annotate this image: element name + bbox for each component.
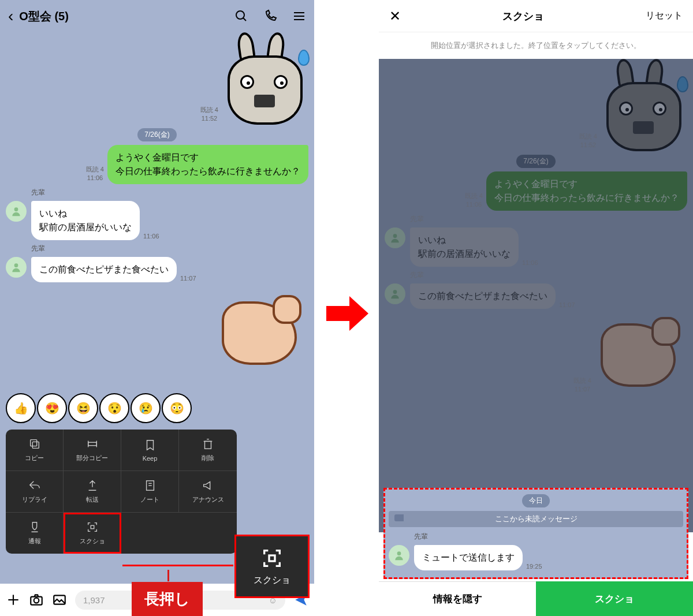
msg-bubble: ようやく金曜日です 今日の仕事終わったら飲みに行きませんか？: [107, 145, 308, 184]
msg-meta: 既読 4 11:06: [86, 165, 104, 182]
arm-sticker-icon: [216, 293, 308, 374]
ctx-announce[interactable]: アナウンス: [179, 471, 237, 513]
ctx-partial-copy[interactable]: 部分コピー: [64, 430, 121, 471]
ctx-screenshot[interactable]: スクショ: [64, 513, 121, 554]
svg-point-27: [397, 551, 401, 555]
svg-point-5: [14, 207, 18, 211]
msg-sticker-out[interactable]: 既読 4 11:52: [6, 38, 308, 125]
date-divider: 7/26(金): [385, 155, 687, 168]
call-icon[interactable]: [263, 9, 277, 23]
sender-name: 先輩: [31, 244, 308, 253]
svg-rect-8: [30, 440, 36, 446]
ctx-report[interactable]: 通報: [6, 513, 64, 554]
reaction-shock-icon[interactable]: 😳: [162, 393, 192, 423]
reaction-wow-icon[interactable]: 😯: [99, 393, 129, 423]
svg-rect-18: [91, 525, 94, 529]
msg-meta: 既読 4 11:07: [573, 376, 591, 393]
msg-meta: 既読 4 11:06: [465, 192, 483, 208]
plus-icon[interactable]: [6, 592, 21, 607]
sender-name: 先輩: [410, 214, 687, 224]
chat-area[interactable]: 既読 4 11:52 7/26(金) 既読 4 11:06 ようやく金曜日です …: [0, 32, 314, 581]
msg-meta: 既読 4 11:52: [579, 132, 597, 149]
avatar-icon[interactable]: [385, 283, 405, 304]
ctx-delete[interactable]: 削除: [179, 430, 237, 471]
svg-rect-9: [88, 442, 96, 446]
msg-sticker-out[interactable]: 既読 4 11:52: [385, 65, 687, 151]
svg-rect-19: [269, 555, 275, 561]
bunny-sticker-icon: [222, 38, 308, 125]
msg-time: 19:25: [526, 562, 542, 570]
svg-point-0: [236, 11, 244, 19]
msg-bubble: いいね 駅前の居酒屋がいいな: [31, 201, 140, 240]
unread-divider: ここから未読メッセージ: [389, 511, 683, 527]
msg-in[interactable]: この前食べたピザまた食べたい 11:07: [6, 257, 308, 282]
msg-in[interactable]: ミュートで送信します 19:25: [389, 545, 683, 570]
today-pill: 今日: [522, 494, 550, 507]
bottom-buttons: 情報を隠す スクショ: [379, 581, 693, 616]
msg-bubble: いいね 駅前の居酒屋がいいな: [410, 227, 519, 267]
svg-rect-7: [32, 442, 39, 448]
avatar-icon[interactable]: [6, 201, 27, 222]
ctx-copy[interactable]: コピー: [6, 430, 64, 471]
screenshot-icon: [260, 547, 284, 570]
longpress-label: 長押し: [132, 582, 203, 616]
msg-in[interactable]: いいね 駅前の居酒屋がいいな 11:06: [385, 227, 687, 267]
date-divider: 7/26(金): [6, 128, 308, 141]
screenshot-header: ✕ スクショ リセット: [379, 0, 693, 32]
avatar-icon[interactable]: [6, 257, 27, 278]
callout-connector: [122, 565, 233, 566]
screenshot-screen-right: ✕ スクショ リセット 開始位置が選択されました。終了位置をタップしてください。…: [379, 0, 693, 616]
screenshot-button[interactable]: スクショ: [536, 581, 693, 616]
msg-meta: 既読 4 11:52: [200, 106, 218, 122]
avatar-icon[interactable]: [385, 227, 405, 248]
msg-in[interactable]: この前食べたピザまた食べたい 11:07: [385, 283, 687, 309]
selection-area[interactable]: 今日 ここから未読メッセージ 先輩 ミュートで送信します 19:25: [383, 488, 688, 579]
chat-header: ‹ O型会 (5): [0, 0, 314, 32]
chat-screen-left: ‹ O型会 (5) 既読 4 11:52 7/26(金): [0, 0, 314, 616]
svg-point-26: [393, 290, 397, 294]
sender-name: 先輩: [410, 270, 687, 280]
msg-bubble: ようやく金曜日です 今日の仕事終わったら飲みに行きませんか？: [486, 171, 687, 211]
msg-time: 11:07: [180, 274, 196, 282]
ctx-forward[interactable]: 転送: [64, 471, 121, 513]
close-icon[interactable]: ✕: [389, 8, 401, 24]
ctx-keep[interactable]: Keep: [121, 430, 179, 471]
msg-out[interactable]: 既読 4 11:06 ようやく金曜日です 今日の仕事終わったら飲みに行きませんか…: [6, 145, 308, 184]
msg-sticker-out[interactable]: [6, 293, 308, 374]
avatar-icon[interactable]: [389, 545, 409, 566]
reaction-laugh-icon[interactable]: 😆: [68, 393, 98, 423]
reaction-picker[interactable]: 👍 😍 😆 😯 😢 😳: [6, 393, 192, 423]
bunny-sticker-icon: [601, 65, 687, 151]
back-icon[interactable]: ‹: [8, 7, 13, 25]
reaction-sad-icon[interactable]: 😢: [131, 393, 161, 423]
msg-time: 11:06: [143, 232, 159, 240]
msg-out[interactable]: 既読 4 11:06 ようやく金曜日です 今日の仕事終わったら飲みに行きませんか…: [385, 171, 687, 211]
instruction-text: 開始位置が選択されました。終了位置をタップしてください。: [379, 32, 693, 59]
hide-info-button[interactable]: 情報を隠す: [379, 581, 536, 616]
arrow-icon: [323, 293, 370, 336]
msg-in[interactable]: いいね 駅前の居酒屋がいいな 11:06: [6, 201, 308, 240]
ctx-reply[interactable]: リプライ: [6, 471, 64, 513]
msg-bubble: この前食べたピザまた食べたい: [410, 283, 556, 309]
screenshot-callout: スクショ: [234, 535, 310, 598]
msg-bubble: この前食べたピザまた食べたい: [31, 257, 177, 282]
chat-title[interactable]: O型会 (5): [19, 9, 234, 24]
reset-button[interactable]: リセット: [646, 10, 683, 22]
msg-bubble: ミュートで送信します: [414, 545, 523, 570]
svg-point-23: [34, 598, 39, 603]
context-menu: コピー 部分コピー Keep 削除 リプライ 転送 ノート アナウンス 通報 ス…: [6, 430, 237, 554]
msg-sticker-out[interactable]: 既読 4 11:07: [385, 315, 687, 395]
gallery-icon[interactable]: [52, 592, 67, 607]
svg-point-6: [14, 263, 18, 267]
msg-time: 11:07: [559, 301, 575, 309]
camera-icon[interactable]: [29, 592, 44, 607]
menu-icon[interactable]: [292, 9, 306, 23]
longpress-connector: [167, 570, 169, 581]
ctx-note[interactable]: ノート: [121, 471, 179, 513]
search-icon[interactable]: [234, 9, 248, 23]
reaction-thumbs-icon[interactable]: 👍: [6, 393, 36, 423]
sender-name: 先輩: [414, 532, 683, 542]
svg-point-25: [393, 234, 397, 238]
chat-area-dimmed[interactable]: 既読 4 11:52 7/26(金) 既読 4 11:06 ようやく金曜日です …: [379, 59, 693, 532]
reaction-love-icon[interactable]: 😍: [37, 393, 67, 423]
